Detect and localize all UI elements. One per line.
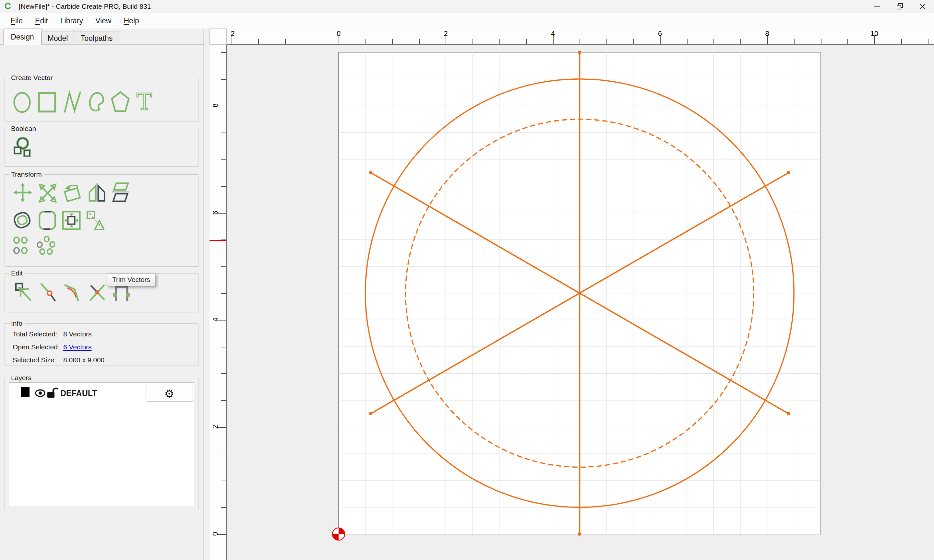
layers-group: Layers DEFAULT⚙ (5, 378, 199, 510)
layer-visibility-eye-icon[interactable] (35, 388, 46, 399)
ruler-tick (365, 39, 366, 44)
tooltip-trim-vectors: Trim Vectors (107, 273, 155, 286)
restore-icon (896, 3, 904, 10)
layer-color-swatch[interactable] (21, 387, 29, 397)
ruler-label: 2 (211, 421, 220, 432)
canvas-viewport[interactable] (227, 45, 934, 560)
mirror-horizontal-icon (88, 182, 106, 203)
menu-item-help[interactable]: Help (117, 17, 145, 25)
layer-settings-button[interactable]: ⚙ (146, 386, 193, 402)
tool-mirror-vertical[interactable] (112, 182, 129, 203)
ruler-tick (221, 400, 226, 401)
tool-text-tool[interactable]: T (136, 91, 153, 113)
ruler-tick (258, 39, 259, 44)
ruler-label: 8 (765, 29, 769, 38)
trim-vectors-icon (88, 281, 106, 302)
ruler-tick (499, 39, 500, 44)
tool-rotate[interactable] (63, 182, 82, 203)
node-edit-icon (15, 281, 33, 302)
gear-icon: ⚙ (165, 387, 174, 400)
tab-model[interactable]: Model (42, 31, 74, 45)
ruler-label: 4 (551, 29, 555, 38)
fillet-vectors-icon (63, 281, 82, 302)
tool-move[interactable] (13, 182, 33, 203)
transform-group: Transform (5, 174, 199, 267)
tab-design[interactable]: Design (3, 29, 42, 45)
application-window: C [NewFile]* - Carbide Create PRO, Build… (0, 0, 934, 560)
info-group: Info Total Selected:8 VectorsOpen Select… (5, 323, 199, 366)
info-row-3: Selected Size:8.000 x 9.000 (13, 356, 105, 364)
ruler-tick (821, 39, 821, 44)
menu-item-view[interactable]: View (89, 17, 117, 25)
menu-item-library[interactable]: Library (54, 17, 89, 25)
tool-trim-vectors[interactable] (88, 281, 106, 302)
ruler-tick (606, 39, 607, 44)
mirror-vertical-icon (112, 182, 129, 203)
ruler-tick (312, 39, 312, 44)
tool-circle-tool[interactable] (13, 91, 31, 113)
tool-node-edit[interactable] (15, 281, 33, 302)
close-icon (919, 3, 926, 10)
tool-scale[interactable] (38, 183, 57, 203)
tool-join-vectors[interactable] (39, 281, 58, 302)
join-vectors-icon (39, 281, 58, 302)
tool-fillet-corners[interactable] (38, 210, 56, 231)
ruler-label: 4 (211, 314, 220, 325)
boolean-tools (13, 135, 32, 160)
ruler-tick (714, 39, 714, 44)
design-canvas (227, 45, 934, 560)
boolean-title: Boolean (9, 125, 38, 132)
ruler-label: 6 (211, 207, 220, 218)
ruler-tick (221, 79, 226, 80)
ruler-tick (901, 39, 902, 44)
info-label: Total Selected: (13, 330, 60, 338)
tool-grid-array[interactable] (13, 236, 31, 255)
tool-resize-nested[interactable] (62, 210, 81, 231)
layer-unlocked-icon[interactable] (47, 387, 59, 400)
curve-tool-icon (88, 91, 105, 113)
grid-array-icon (13, 236, 31, 255)
tool-align[interactable] (86, 210, 105, 231)
info-value-link[interactable]: 6 Vectors (63, 343, 92, 351)
tool-polyline-tool[interactable] (63, 91, 82, 113)
tool-offset[interactable] (13, 209, 33, 231)
ruler-tick (221, 132, 226, 133)
layer-name: DEFAULT (60, 389, 97, 398)
tool-mirror-horizontal[interactable] (88, 182, 106, 203)
tab-toolpaths[interactable]: Toolpaths (74, 31, 119, 45)
tool-curve-tool[interactable] (88, 91, 105, 113)
ruler-tick (221, 373, 226, 374)
tool-boolean-union[interactable] (13, 135, 32, 160)
circular-array-icon (36, 236, 55, 255)
transform-tools-row-1 (13, 182, 129, 203)
ruler-tick (633, 39, 634, 44)
svg-text:T: T (137, 91, 152, 113)
close-button[interactable] (911, 0, 934, 13)
restore-button[interactable] (889, 0, 911, 13)
tool-fillet-vectors[interactable] (63, 281, 82, 302)
align-icon (86, 210, 105, 231)
vector-node (578, 533, 581, 536)
tool-circular-array[interactable] (36, 236, 55, 255)
polygon-tool-icon (111, 91, 130, 113)
info-value: 8 Vectors (63, 330, 92, 338)
circle-tool-icon (13, 91, 31, 113)
ruler-tick (285, 39, 286, 44)
tool-rectangle-tool[interactable] (37, 91, 57, 113)
minimize-button[interactable] (866, 0, 889, 13)
ruler-tick (392, 39, 393, 44)
menu-item-edit[interactable]: Edit (29, 17, 54, 25)
title-bar: C [NewFile]* - Carbide Create PRO, Build… (0, 0, 934, 13)
ruler-tick (794, 39, 795, 44)
ruler-cursor-indicator (210, 240, 226, 241)
tool-polygon-tool[interactable] (111, 91, 130, 113)
layers-title: Layers (9, 374, 34, 382)
info-value: 8.000 x 9.000 (63, 356, 105, 364)
ruler-corner-box (210, 29, 227, 45)
ruler-tick (848, 39, 848, 44)
info-row-2: Open Selected:6 Vectors (13, 343, 92, 351)
layer-row[interactable]: DEFAULT⚙ (9, 383, 194, 403)
menu-item-file[interactable]: File (5, 17, 29, 25)
ruler-tick (221, 481, 226, 481)
text-tool-icon: T (136, 91, 153, 113)
